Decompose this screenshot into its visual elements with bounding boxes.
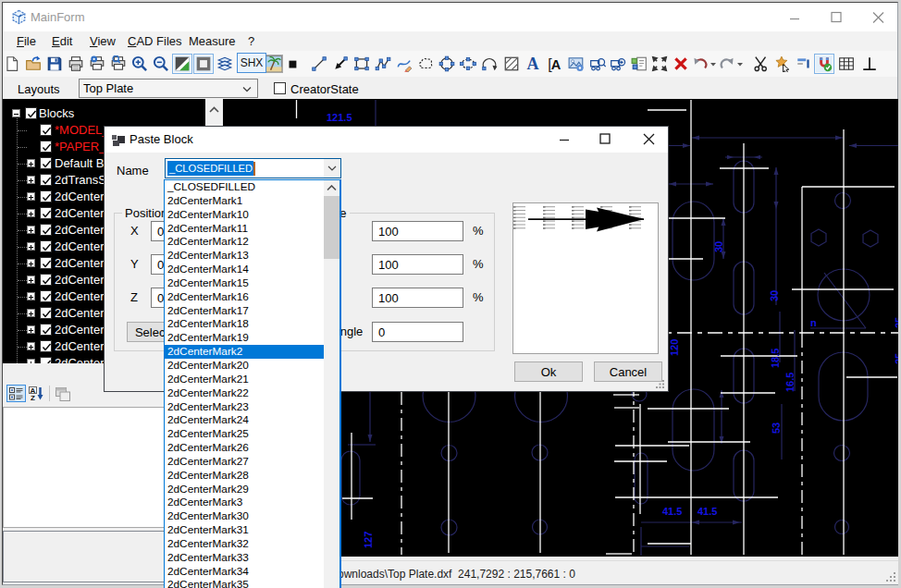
svg-text:127: 127: [363, 532, 374, 548]
svg-text:16.5: 16.5: [784, 373, 796, 392]
svg-text:25: 25: [894, 353, 898, 364]
svg-text:41.5: 41.5: [697, 506, 717, 517]
svg-text:A: A: [551, 57, 562, 72]
svg-text:Z: Z: [31, 394, 35, 401]
svg-text:120: 120: [669, 339, 680, 356]
svg-text:n: n: [810, 317, 817, 328]
svg-text:18.5: 18.5: [770, 349, 781, 368]
svg-text:A: A: [527, 55, 539, 72]
svg-text:121.5: 121.5: [327, 112, 352, 123]
svg-text:30: 30: [713, 241, 724, 252]
svg-text:41.5: 41.5: [662, 506, 682, 517]
svg-text:53: 53: [771, 423, 782, 434]
svg-text:30: 30: [769, 290, 780, 301]
svg-text:25: 25: [894, 317, 898, 328]
